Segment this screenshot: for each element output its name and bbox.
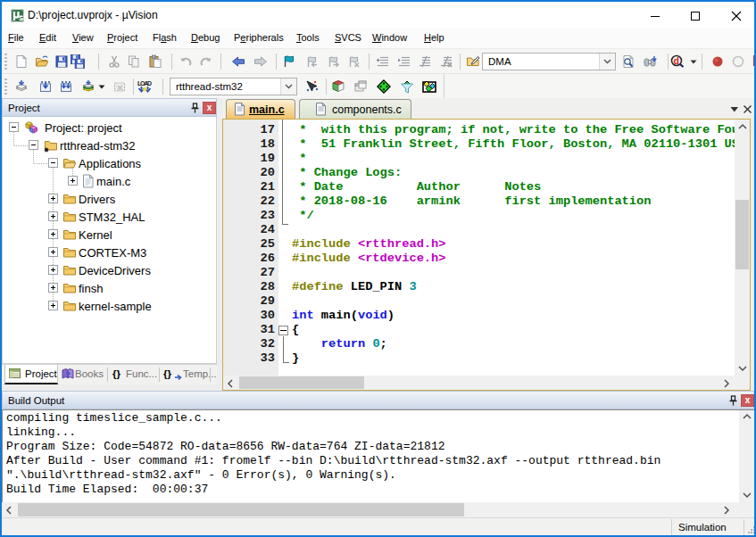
svg-text:d: d (674, 55, 679, 66)
svg-text:LOAD: LOAD (137, 80, 152, 87)
svg-text:?: ? (66, 370, 71, 379)
